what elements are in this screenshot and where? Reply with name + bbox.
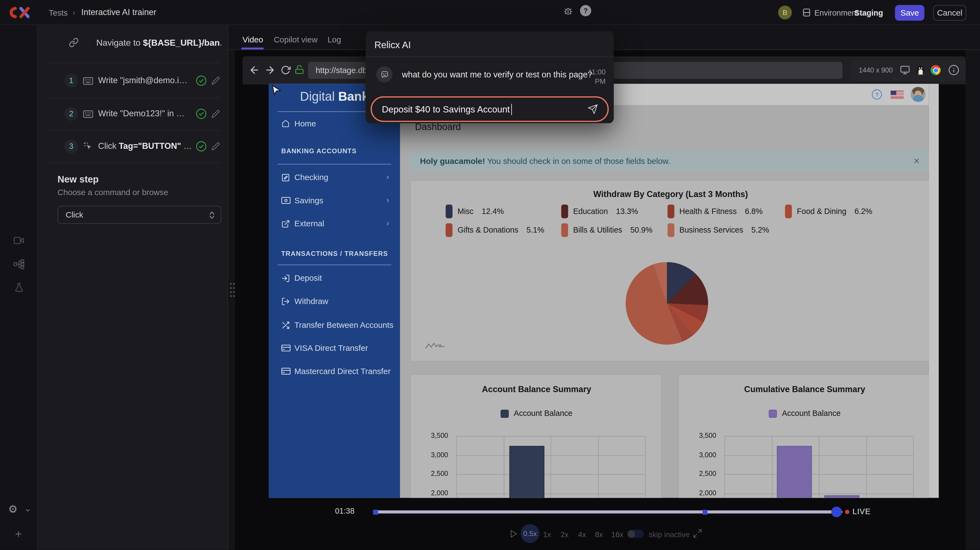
skip-inactive-toggle[interactable] — [628, 530, 644, 538]
credit-card-icon — [282, 368, 291, 375]
speed-1x[interactable]: 1x — [543, 530, 551, 539]
url-text: http://stage.dba — [315, 66, 372, 75]
user-avatar[interactable]: B — [778, 6, 792, 19]
bar-chart-title: Account Balance Summary — [411, 385, 663, 394]
viewport-size: 1440 x 900 — [859, 66, 893, 73]
speed-16x[interactable]: 16x — [611, 530, 623, 539]
playhead[interactable] — [831, 507, 842, 517]
timeline-marker[interactable] — [702, 510, 707, 515]
legend-item[interactable]: Business Services5.2% — [667, 223, 769, 237]
prompt-input[interactable]: Deposit $40 to Savings Account — [371, 96, 609, 122]
us-flag-icon[interactable] — [891, 91, 904, 99]
legend-item[interactable]: Health & Fitness6.8% — [667, 204, 763, 218]
edit-square-icon — [282, 173, 290, 182]
recorded-cursor-icon — [269, 84, 282, 97]
environment-value[interactable]: Staging — [854, 9, 883, 18]
bar-chart-legend[interactable]: Account Balance — [411, 409, 663, 418]
divider — [46, 98, 220, 98]
flow-tree-icon[interactable] — [13, 258, 25, 270]
speed-0-5x[interactable]: 0.5x — [520, 524, 539, 543]
legend-item[interactable]: Gifts & Donations5.1% — [446, 223, 544, 237]
bank-nav-visa-transfer[interactable]: VISA Direct Transfer — [269, 343, 400, 359]
legend-item[interactable]: Misc12.4% — [446, 204, 504, 218]
info-icon[interactable] — [948, 64, 959, 75]
legend-item[interactable]: Education13.3% — [562, 204, 638, 218]
tab-active-underline — [241, 48, 264, 49]
legend-item[interactable]: Bills & Utilities50.9% — [562, 223, 653, 237]
divider — [278, 164, 391, 164]
bank-help-icon[interactable]: ? — [872, 89, 882, 100]
tab-log[interactable]: Log — [328, 35, 341, 44]
reload-icon[interactable] — [280, 65, 291, 75]
environment-label: Environment — [814, 9, 858, 18]
bank-section-transactions: TRANSACTIONS / TRANSFERS — [282, 250, 388, 257]
bank-nav-mastercard-transfer[interactable]: Mastercard Direct Transfer — [269, 367, 400, 381]
step-row[interactable]: Write "Demo123!" in … — [98, 109, 185, 118]
chevron-right-icon — [385, 196, 391, 205]
bank-nav-transfer[interactable]: Transfer Between Accounts — [269, 320, 400, 335]
send-icon[interactable] — [588, 104, 598, 115]
edit-pencil-icon[interactable] — [212, 77, 220, 85]
bank-nav-withdraw[interactable]: Withdraw — [269, 297, 400, 311]
tab-copilot-view[interactable]: Copilot view — [274, 35, 317, 44]
fullscreen-icon[interactable] — [693, 528, 703, 539]
bar-cumulative-balance[interactable] — [824, 495, 859, 498]
y-tick: 3,000 — [420, 451, 448, 458]
environment-icon — [802, 7, 811, 18]
step-number: 3 — [64, 140, 78, 153]
bank-nav-deposit[interactable]: Deposit — [269, 273, 400, 289]
chevron-down-icon[interactable] — [24, 507, 32, 513]
external-link-icon — [282, 220, 290, 228]
speed-4x[interactable]: 4x — [578, 530, 586, 539]
select-chevrons-icon — [208, 210, 215, 219]
command-select[interactable]: Click — [57, 206, 221, 224]
message-timestamp: 11:00PM — [579, 68, 606, 86]
new-step-subtitle: Choose a command or browse — [57, 188, 168, 197]
speed-2x[interactable]: 2x — [560, 530, 568, 539]
monitor-icon[interactable] — [900, 65, 910, 75]
play-icon[interactable] — [509, 528, 518, 539]
y-tick: 3,500 — [689, 432, 716, 439]
step-row[interactable]: Click Tag="BUTTON" … — [98, 142, 192, 151]
bar-cumulative-balance[interactable] — [777, 446, 812, 498]
y-tick: 2,500 — [420, 470, 448, 477]
check-circle-icon — [196, 108, 207, 119]
page-scrollbar[interactable] — [929, 84, 939, 498]
flask-icon[interactable] — [14, 282, 24, 293]
edit-pencil-icon[interactable] — [212, 142, 220, 151]
unlock-icon — [294, 64, 305, 75]
bug-icon[interactable] — [562, 5, 574, 16]
add-icon[interactable]: + — [15, 527, 22, 541]
back-icon[interactable] — [249, 64, 260, 75]
step-navigate[interactable]: Navigate to ${BASE_URL}/ban… — [96, 37, 221, 48]
live-label[interactable]: LIVE — [853, 507, 871, 516]
sparkline-icon[interactable] — [425, 340, 446, 351]
timeline-marker[interactable] — [373, 510, 378, 515]
speed-8x[interactable]: 8x — [595, 530, 603, 539]
bar-chart-legend[interactable]: Account Balance — [679, 409, 929, 418]
bank-page: ? Digital Bank Home BANKING ACCOUNTS Che… — [269, 84, 929, 498]
bank-user-avatar[interactable] — [910, 87, 926, 102]
chevron-right-icon — [385, 220, 391, 228]
popup-title: Relicx AI — [374, 40, 411, 50]
step-row[interactable]: Write "jsmith@demo.i… — [98, 76, 187, 85]
save-button[interactable]: Save — [895, 5, 924, 21]
cx-logo[interactable] — [8, 5, 30, 21]
breadcrumb-tests[interactable]: Tests — [49, 8, 68, 18]
bar-account-balance[interactable] — [509, 446, 544, 498]
bank-nav-savings[interactable]: Savings — [269, 196, 400, 211]
settings-gear-icon[interactable]: ⚙ — [8, 504, 18, 515]
edit-pencil-icon[interactable] — [212, 110, 220, 118]
timeline-track[interactable] — [373, 510, 843, 513]
bank-nav-external[interactable]: External — [269, 219, 400, 234]
legend-item[interactable]: Food & Dining6.2% — [785, 204, 872, 218]
panel-drag-handle[interactable] — [229, 282, 236, 298]
video-camera-icon[interactable] — [13, 235, 25, 246]
cancel-button[interactable]: Cancel — [933, 5, 966, 21]
tab-video[interactable]: Video — [243, 35, 263, 44]
alert-close-icon[interactable]: ✕ — [913, 156, 920, 165]
forward-icon[interactable] — [264, 64, 275, 75]
bank-nav-checking[interactable]: Checking — [269, 173, 400, 188]
app-window: Tests › Interactive AI trainer ? B Envir… — [0, 0, 980, 550]
help-icon[interactable]: ? — [580, 5, 591, 16]
